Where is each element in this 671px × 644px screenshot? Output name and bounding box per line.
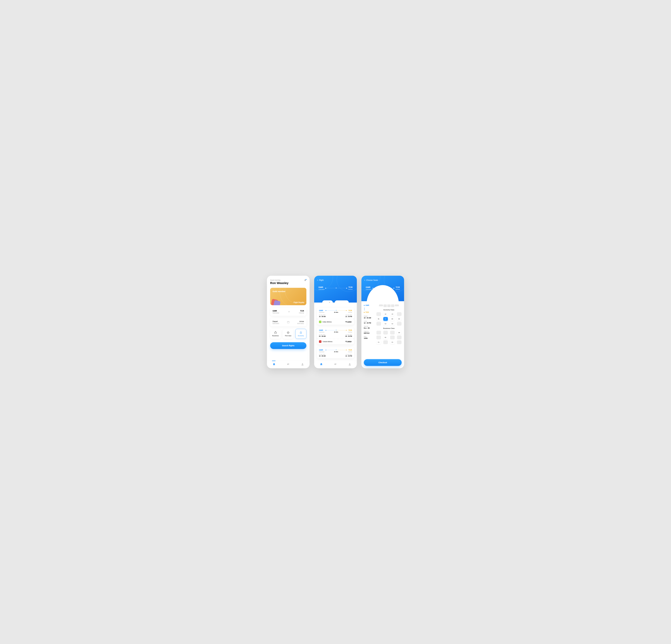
plane-icon: ✈ bbox=[336, 330, 337, 331]
seat bbox=[397, 322, 402, 326]
plane-icon: ✈ bbox=[336, 310, 337, 311]
search-flights-button[interactable]: Search flights bbox=[270, 342, 306, 349]
info-seat: Eco - B2 bbox=[364, 327, 375, 329]
seat bbox=[383, 331, 388, 334]
arrive-date: 01/07/2021 bbox=[297, 323, 304, 324]
bell-icon[interactable] bbox=[304, 279, 306, 282]
seat bbox=[397, 312, 402, 316]
checkout-button[interactable]: Checkout bbox=[364, 359, 402, 366]
result-price: ₹ 1200/- bbox=[345, 321, 352, 323]
plane-icon: ✈ bbox=[336, 349, 337, 351]
arrive-label: Arrive bbox=[297, 320, 304, 322]
seat bbox=[377, 312, 381, 316]
seat[interactable]: A2 bbox=[383, 312, 388, 316]
result-duration: 2h 30m bbox=[324, 331, 348, 333]
seat[interactable]: B3 bbox=[390, 317, 395, 321]
seat bbox=[397, 336, 402, 339]
class-business-button[interactable]: Bussiness bbox=[270, 329, 281, 339]
plane-icon: ✈ bbox=[364, 308, 365, 310]
nav-tickets-icon[interactable] bbox=[287, 363, 290, 366]
result-card[interactable]: GMRHyderabad ✈2h 30m TCRChennai 01 July,… bbox=[317, 327, 354, 344]
nav-profile-icon[interactable] bbox=[348, 363, 351, 366]
economy-title: Economy Class bbox=[376, 309, 402, 311]
to-city: Chennai bbox=[299, 312, 304, 314]
result-duration: 2h 30m bbox=[324, 312, 348, 313]
nav-profile-icon[interactable] bbox=[301, 363, 304, 366]
username: Ron Weasley bbox=[270, 281, 289, 285]
date-card[interactable]: Depart 01/07/2021 Arrive 01/07/2021 bbox=[270, 318, 306, 326]
from-city: Hyderabad bbox=[273, 312, 279, 314]
result-duration: 2h 30m bbox=[324, 351, 348, 352]
bottom-nav bbox=[267, 361, 309, 368]
seat bbox=[377, 331, 381, 334]
plane-icon: ✈ bbox=[288, 310, 290, 313]
screen-choose-seats: ‹ Choose Seats GMR Hyderabad TCR Chennai… bbox=[362, 276, 404, 368]
depart-label: Depart bbox=[273, 320, 279, 322]
result-dep-time: 03 : 00 AM bbox=[319, 336, 326, 337]
calendar-icon bbox=[287, 321, 290, 324]
result-arr-time: 12 : 30 PM bbox=[345, 355, 352, 357]
bottom-nav bbox=[314, 361, 357, 368]
result-arr-time: 12 : 30 PM bbox=[345, 316, 352, 317]
business-title: Bussiness Class bbox=[376, 327, 402, 329]
mini-to: TCR bbox=[365, 311, 369, 313]
membership-card[interactable]: Gold member Flight Royalty bbox=[270, 288, 306, 305]
screen-home: Good morning Ron Weasley Gold member Fli… bbox=[267, 276, 309, 368]
seat[interactable]: D4 bbox=[397, 331, 402, 334]
seat[interactable]: B4 bbox=[397, 317, 402, 321]
svg-point-6 bbox=[349, 363, 350, 364]
seat[interactable]: B1 bbox=[377, 317, 381, 321]
info-arrive: 12 : 30 PM bbox=[364, 322, 375, 324]
class-economy-button[interactable]: Economy bbox=[295, 329, 306, 339]
result-dep-time: 10 : 00 AM bbox=[319, 355, 326, 357]
seat[interactable]: E2 bbox=[383, 336, 388, 339]
info-flight: EMY012 bbox=[364, 332, 375, 334]
cockpit-graphic bbox=[376, 305, 402, 307]
sliders-icon bbox=[329, 302, 330, 302]
seat bbox=[377, 322, 381, 326]
greeting-text: Good morning bbox=[270, 279, 289, 281]
seat bbox=[377, 336, 381, 339]
svg-rect-1 bbox=[275, 332, 277, 333]
seat bbox=[390, 331, 395, 334]
info-price: 1200/- bbox=[364, 337, 375, 339]
result-airline: Turkish Airlines bbox=[322, 341, 332, 343]
seat bbox=[383, 340, 388, 344]
mini-from: GMR bbox=[365, 305, 369, 306]
result-card[interactable]: GMRHyderabad ✈2h 30m TCRChennai 01 July,… bbox=[317, 347, 354, 358]
membership-program: Flight Royalty bbox=[294, 301, 304, 304]
seat[interactable]: B2 bbox=[383, 317, 388, 321]
depart-date: 01/07/2021 bbox=[273, 323, 279, 324]
nav-home-icon[interactable] bbox=[320, 363, 323, 366]
result-to-code: TCR bbox=[348, 349, 352, 351]
result-dep-time: 10 : 00 AM bbox=[319, 316, 326, 317]
result-from-code: GMR bbox=[319, 349, 324, 351]
seat[interactable]: C2 bbox=[383, 322, 388, 326]
route-card[interactable]: GMR Hyderabad ✈ TCR Chennai bbox=[270, 308, 306, 316]
result-from-code: GMR bbox=[319, 329, 324, 331]
result-to-code: TCR bbox=[348, 310, 352, 311]
result-to-code: TCR bbox=[348, 329, 352, 331]
result-from-code: GMR bbox=[319, 310, 324, 311]
result-airline: Indian Airlines bbox=[322, 321, 332, 323]
filter-button[interactable]: Filter bbox=[322, 300, 333, 302]
nav-home-icon[interactable] bbox=[273, 363, 276, 366]
sort-button[interactable]: Sort by : Price bbox=[335, 300, 349, 302]
screen-flight-results: ‹ Flight GMR Hyderabad TCR Chennai Filte… bbox=[314, 276, 357, 368]
seat[interactable]: F3 bbox=[390, 340, 395, 344]
from-code: GMR bbox=[273, 310, 279, 312]
result-price: ₹ 1950/- bbox=[345, 340, 352, 343]
result-arr-time: 05 : 30 PM bbox=[345, 336, 352, 337]
info-depart: 10 : 00 AM bbox=[364, 317, 375, 319]
svg-point-2 bbox=[302, 363, 303, 364]
result-card[interactable]: GMRHyderabad ✈2h 30m TCRChennai 01 July,… bbox=[317, 308, 354, 325]
seat[interactable]: C2 bbox=[390, 322, 395, 326]
seat[interactable]: F1 bbox=[377, 340, 381, 344]
to-code: TCR bbox=[299, 310, 304, 312]
class-first-button[interactable]: First class bbox=[283, 329, 293, 339]
svg-rect-0 bbox=[287, 321, 289, 323]
seat bbox=[397, 340, 402, 344]
seat bbox=[390, 336, 395, 339]
nav-tickets-icon[interactable] bbox=[334, 363, 337, 366]
seat[interactable]: A3 bbox=[390, 312, 395, 316]
